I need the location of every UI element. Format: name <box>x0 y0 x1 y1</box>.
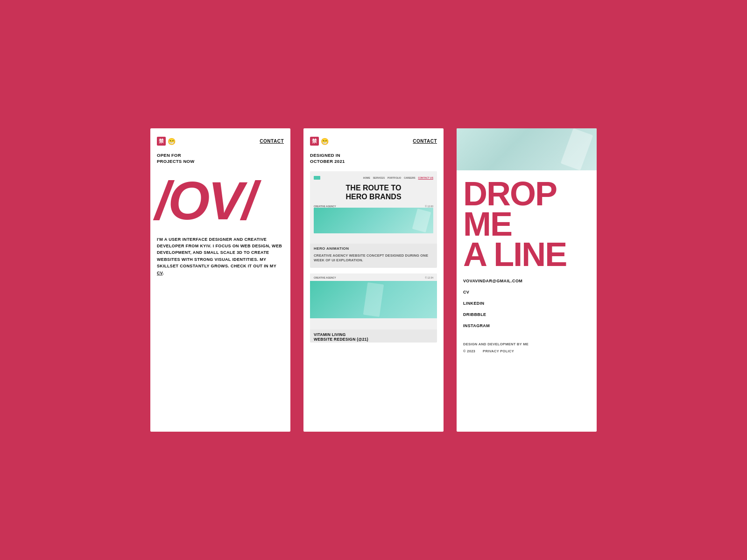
screen-2: 禁 😁 CONTACT DESIGNED IN OCTOBER 2021 HOM… <box>303 128 444 432</box>
screen3-copyright: © 2023 <box>463 349 475 353</box>
screen3-footer: DESIGN AND DEVELOPMENT BY ME © 2023 PRIV… <box>457 333 597 360</box>
screen2-contact-link[interactable]: CONTACT <box>413 139 437 144</box>
screen2-nav-links: HOME SERVICES PORTFOLIO CAREERS CONTACT … <box>363 176 433 179</box>
screen3-email[interactable]: VOVAVINDAR@GMAIL.COM <box>463 279 590 283</box>
screen1-contact-link[interactable]: CONTACT <box>260 139 284 144</box>
screen2-card1: HOME SERVICES PORTFOLIO CAREERS CONTACT … <box>310 171 437 268</box>
screen1-big-text: /OV/ <box>150 165 290 228</box>
screen3-cv[interactable]: CV <box>463 290 590 294</box>
screen2-card1-image <box>314 208 433 233</box>
screen1-header: 禁 😁 CONTACT <box>150 128 290 150</box>
screen2-card1-desc: CREATIVE AGENCY WEBSITE CONCEPT DESIGNED… <box>310 252 437 268</box>
screen2-card2: CREATIVE AGENCY © 12:34 VITAMIN LIVING W… <box>310 273 437 343</box>
screen3-footer-copy: © 2023 PRIVACY POLICY <box>463 349 590 353</box>
screen3-privacy-link[interactable]: PRIVACY POLICY <box>483 349 514 353</box>
screen2-card1-inner: HOME SERVICES PORTFOLIO CAREERS CONTACT … <box>310 171 437 244</box>
screen2-card1-nav: HOME SERVICES PORTFOLIO CAREERS CONTACT … <box>314 176 433 180</box>
screen2-card1-headline: THE ROUTE TO HERO BRANDS <box>345 183 401 201</box>
screen3-footer-made: DESIGN AND DEVELOPMENT BY ME <box>463 342 590 346</box>
screen2-card2-image <box>310 281 437 318</box>
screen2-logo: 禁 😁 <box>310 137 329 146</box>
screen3-linkedin[interactable]: LINKEDIN <box>463 301 590 306</box>
screen2-nav-logo <box>314 176 320 180</box>
screen2-card2-inner: CREATIVE AGENCY © 12:34 <box>310 273 437 329</box>
screen3-dribbble[interactable]: DRIBBBLE <box>463 312 590 317</box>
screen2-card2-label: VITAMIN LIVING WEBSITE REDESIGN (@21) <box>310 329 437 343</box>
screen3-top-image <box>457 128 597 170</box>
screen-3: DROP ME A LINE VOVAVINDAR@GMAIL.COM CV L… <box>457 128 597 432</box>
screen3-instagram[interactable]: INSTAGRAM <box>463 323 590 328</box>
screen2-card2-logo: CREATIVE AGENCY <box>314 276 336 279</box>
nav-home: HOME <box>363 176 370 179</box>
screen2-card2-header: CREATIVE AGENCY © 12:34 <box>310 273 437 281</box>
screen2-header: 禁 😁 CONTACT <box>303 128 444 150</box>
screen1-bio: I'M A USER INTERFACE DESIGNER AND CREATI… <box>150 228 290 286</box>
screen1-logo: 禁 😁 <box>157 137 176 146</box>
logo-face: 😁 <box>168 138 176 145</box>
nav-contact: CONTACT US <box>418 176 433 179</box>
screen2-tagline: DESIGNED IN OCTOBER 2021 <box>303 150 444 171</box>
screen2-logo-kanji: 禁 <box>310 137 319 146</box>
nav-portfolio: PORTFOLIO <box>388 176 401 179</box>
screen2-card2-time: © 12:34 <box>425 276 433 279</box>
screen1-tagline: OPEN FOR PROJECTS NOW <box>150 150 290 165</box>
screens-container: 禁 😁 CONTACT OPEN FOR PROJECTS NOW /OV/ I… <box>132 110 615 450</box>
screen3-contact-list: VOVAVINDAR@GMAIL.COM CV LINKEDIN DRIBBBL… <box>457 271 597 333</box>
nav-careers: CAREERS <box>404 176 415 179</box>
nav-services: SERVICES <box>373 176 385 179</box>
screen2-card1-label: HERO ANIMATION <box>310 244 437 252</box>
screen3-big-text: DROP ME A LINE <box>457 170 597 271</box>
screen-1: 禁 😁 CONTACT OPEN FOR PROJECTS NOW /OV/ I… <box>150 128 290 432</box>
screen1-cv-link[interactable]: CV <box>157 271 162 275</box>
logo-kanji: 禁 <box>157 137 166 146</box>
screen2-logo-face: 😁 <box>321 138 329 145</box>
